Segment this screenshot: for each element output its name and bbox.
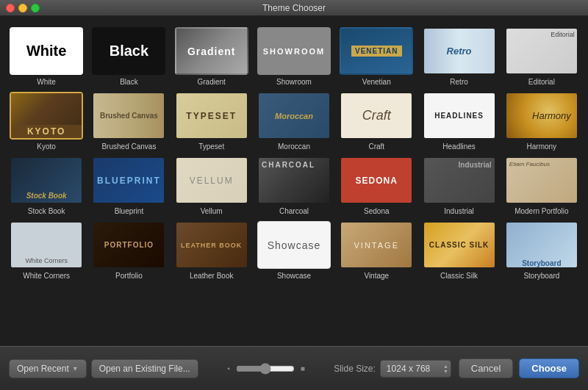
zoom-slider[interactable] bbox=[236, 363, 295, 375]
theme-label-classic-silk: Classic Silk bbox=[440, 272, 478, 280]
theme-label-portfolio: Portfolio bbox=[115, 272, 143, 280]
theme-label-vintage: Vintage bbox=[364, 272, 389, 280]
theme-thumb-brushed-canvas: Brushed Canvas bbox=[92, 92, 165, 140]
theme-label-leather-book: Leather Book bbox=[190, 272, 234, 280]
theme-label-showroom: Showroom bbox=[276, 78, 312, 86]
theme-thumb-classic-silk: CLASSIC SILK bbox=[423, 221, 496, 269]
zoom-out-icon: ▪ bbox=[227, 364, 230, 372]
theme-label-blueprint: Blueprint bbox=[115, 207, 143, 215]
choose-button[interactable]: Choose bbox=[519, 358, 579, 378]
theme-charcoal[interactable]: CHARCOAL Charcoal bbox=[255, 156, 333, 215]
minimize-button[interactable] bbox=[18, 4, 27, 12]
theme-white[interactable]: White White bbox=[7, 27, 85, 86]
theme-craft[interactable]: Craft Craft bbox=[337, 92, 415, 151]
open-existing-button[interactable]: Open an Existing File... bbox=[91, 359, 198, 378]
theme-thumb-editorial: Editorial bbox=[505, 27, 578, 75]
theme-retro[interactable]: Retro Retro bbox=[420, 27, 498, 86]
theme-thumb-moroccan: Moroccan bbox=[257, 92, 331, 140]
theme-thumb-modern-portfolio: Etiam Faucibus bbox=[505, 156, 578, 204]
theme-industrial[interactable]: Industrial Industrial bbox=[420, 156, 498, 215]
theme-classic-silk[interactable]: CLASSIC SILK Classic Silk bbox=[420, 221, 498, 280]
bottom-bar: Open Recent ▼ Open an Existing File... ▪… bbox=[0, 346, 588, 390]
theme-label-retro: Retro bbox=[450, 78, 467, 86]
theme-thumb-charcoal: CHARCOAL bbox=[257, 156, 331, 204]
theme-label-industrial: Industrial bbox=[444, 207, 474, 215]
theme-thumb-black: Black bbox=[92, 27, 165, 75]
theme-label-black: Black bbox=[120, 78, 137, 86]
theme-white-corners[interactable]: White Corners White Corners bbox=[7, 221, 85, 280]
theme-thumb-craft: Craft bbox=[340, 92, 413, 140]
theme-gradient[interactable]: Gradient Gradient bbox=[173, 27, 251, 86]
theme-thumb-white-corners: White Corners bbox=[10, 221, 83, 269]
open-recent-button[interactable]: Open Recent ▼ bbox=[9, 359, 87, 378]
theme-label-white: White bbox=[37, 78, 56, 86]
theme-typeset[interactable]: TYPESET Typeset bbox=[173, 92, 251, 151]
theme-thumb-portfolio: PORTFOLIO bbox=[92, 221, 165, 269]
theme-label-kyoto: Kyoto bbox=[37, 142, 56, 151]
theme-brushed-canvas[interactable]: Brushed Canvas Brushed Canvas bbox=[90, 92, 168, 151]
cancel-button[interactable]: Cancel bbox=[459, 358, 513, 378]
chevron-down-icon: ▼ bbox=[72, 365, 79, 372]
theme-label-venetian: Venetian bbox=[362, 78, 391, 86]
theme-moroccan[interactable]: Moroccan Moroccan bbox=[255, 92, 333, 151]
theme-thumb-showroom: SHOWROOM bbox=[257, 27, 331, 75]
theme-label-craft: Craft bbox=[368, 142, 384, 151]
titlebar: Theme Chooser bbox=[0, 0, 588, 16]
theme-vellum[interactable]: VELLUM Vellum bbox=[173, 156, 251, 215]
theme-label-showcase: Showcase bbox=[277, 272, 311, 280]
theme-modern-portfolio[interactable]: Etiam Faucibus Modern Portfolio bbox=[503, 156, 581, 215]
theme-thumb-vellum: VELLUM bbox=[175, 156, 248, 204]
theme-thumb-industrial: Industrial bbox=[423, 156, 496, 204]
theme-showcase[interactable]: Showcase Showcase bbox=[255, 221, 333, 280]
bottom-left: Open Recent ▼ Open an Existing File... bbox=[9, 359, 198, 378]
theme-label-brushed-canvas: Brushed Canvas bbox=[101, 142, 156, 151]
theme-portfolio[interactable]: PORTFOLIO Portfolio bbox=[90, 221, 168, 280]
theme-storyboard[interactable]: Storyboard Storyboard bbox=[503, 221, 581, 280]
theme-headlines[interactable]: HEADLINES Headlines bbox=[420, 92, 498, 151]
theme-label-charcoal: Charcoal bbox=[279, 207, 309, 215]
slide-size-label: Slide Size: bbox=[334, 364, 376, 374]
theme-thumb-harmony: Harmony bbox=[505, 92, 578, 140]
theme-showroom[interactable]: SHOWROOM Showroom bbox=[255, 27, 333, 86]
theme-label-white-corners: White Corners bbox=[23, 272, 70, 280]
window-title: Theme Chooser bbox=[262, 3, 326, 13]
theme-harmony[interactable]: Harmony Harmony bbox=[503, 92, 581, 151]
traffic-lights bbox=[6, 4, 40, 12]
theme-label-storyboard: Storyboard bbox=[523, 272, 559, 280]
theme-thumb-vintage: VINTAGE bbox=[340, 221, 413, 269]
theme-thumb-typeset: TYPESET bbox=[175, 92, 248, 140]
close-button[interactable] bbox=[6, 4, 15, 12]
theme-kyoto[interactable]: KYOTO Kyoto bbox=[7, 92, 85, 151]
theme-thumb-venetian: VENETIAN bbox=[340, 27, 413, 75]
themes-grid: White White Black Black Gradient Gradien… bbox=[7, 27, 581, 280]
theme-thumb-showcase: Showcase bbox=[257, 221, 331, 269]
slide-size-select[interactable]: 1024 x 768 1920 x 1080 Custom bbox=[380, 360, 451, 378]
theme-label-typeset: Typeset bbox=[198, 142, 224, 151]
theme-vintage[interactable]: VINTAGE Vintage bbox=[337, 221, 415, 280]
theme-editorial[interactable]: Editorial Editorial bbox=[503, 27, 581, 86]
slide-size-area: Slide Size: 1024 x 768 1920 x 1080 Custo… bbox=[334, 360, 451, 378]
theme-label-stock-book: Stock Book bbox=[28, 207, 65, 215]
theme-label-moroccan: Moroccan bbox=[278, 142, 310, 151]
theme-label-sedona: Sedona bbox=[364, 207, 389, 215]
theme-thumb-blueprint: BLUEPRINT bbox=[92, 156, 165, 204]
slide-size-wrapper: 1024 x 768 1920 x 1080 Custom ▲ ▼ bbox=[380, 360, 451, 378]
theme-sedona[interactable]: SEDONA Sedona bbox=[337, 156, 415, 215]
theme-thumb-retro: Retro bbox=[423, 27, 496, 75]
theme-black[interactable]: Black Black bbox=[90, 27, 168, 86]
theme-thumb-storyboard: Storyboard bbox=[505, 221, 578, 269]
maximize-button[interactable] bbox=[31, 4, 40, 12]
theme-label-editorial: Editorial bbox=[528, 78, 555, 86]
theme-thumb-sedona: SEDONA bbox=[340, 156, 413, 204]
theme-label-vellum: Vellum bbox=[201, 207, 223, 215]
theme-leather-book[interactable]: LEATHER BOOK Leather Book bbox=[173, 221, 251, 280]
theme-venetian[interactable]: VENETIAN Venetian bbox=[337, 27, 415, 86]
theme-thumb-gradient: Gradient bbox=[175, 27, 248, 75]
theme-label-harmony: Harmony bbox=[527, 142, 557, 151]
theme-blueprint[interactable]: BLUEPRINT Blueprint bbox=[90, 156, 168, 215]
theme-label-gradient: Gradient bbox=[198, 78, 226, 86]
theme-thumb-leather-book: LEATHER BOOK bbox=[175, 221, 248, 269]
bottom-center: ▪ ■ bbox=[198, 363, 334, 375]
theme-stock-book[interactable]: Stock Book Stock Book bbox=[7, 156, 85, 215]
theme-label-modern-portfolio: Modern Portfolio bbox=[514, 207, 568, 215]
